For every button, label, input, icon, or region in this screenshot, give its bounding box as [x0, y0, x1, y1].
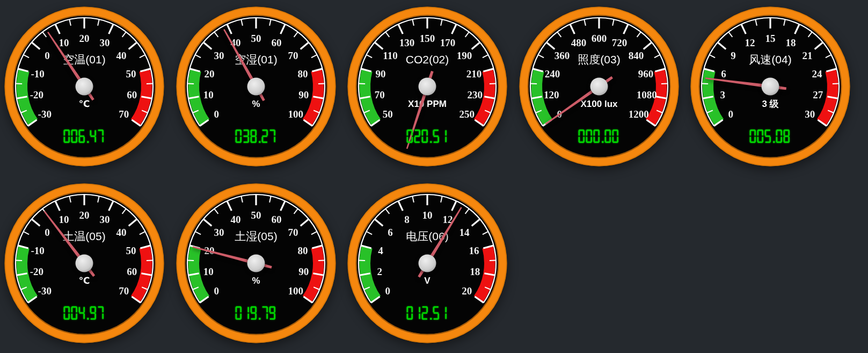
needle-hub — [76, 78, 93, 96]
tick-label: 720 — [611, 37, 627, 48]
tick-label: 50 — [126, 245, 136, 256]
tick-label: 190 — [457, 50, 472, 61]
gauge-title: 土温(05) — [63, 230, 105, 242]
gauge-co2-02: 507090110130150170190210230250CO2(02)X10… — [347, 6, 508, 167]
tick-label: 90 — [298, 266, 309, 277]
tick-label: 70 — [119, 285, 129, 297]
tick-label: 1200 — [628, 109, 648, 120]
gauge-title: 土湿(05) — [235, 230, 277, 242]
gauge-illuminance-03: 012024036048060072084096010801200照度(03)X… — [519, 6, 680, 167]
tick-label: 0 — [385, 285, 391, 297]
tick-label: 90 — [376, 68, 386, 80]
tick-label: 12 — [745, 37, 755, 48]
tick-label: 6 — [721, 68, 726, 80]
tick-label: 100 — [288, 109, 303, 120]
tick-label: 50 — [383, 109, 393, 120]
tick-label: 24 — [812, 68, 822, 80]
tick-label: 50 — [251, 33, 261, 44]
tick-label: 0 — [214, 109, 219, 120]
tick-label: 70 — [288, 50, 298, 61]
tick-label: 20 — [462, 285, 472, 297]
tick-label: 960 — [638, 68, 653, 80]
tick-label: 20 — [79, 33, 90, 44]
gauge-title: 风速(04) — [749, 53, 791, 66]
tick-label: 16 — [469, 245, 479, 256]
needle-hub — [590, 78, 608, 96]
tick-label: 150 — [420, 33, 435, 44]
tick-label: 250 — [459, 109, 475, 120]
gauge-soil-humidity-05: 0102030405060708090100土湿(05)% — [176, 183, 337, 344]
tick-label: 50 — [251, 210, 261, 221]
tick-label: -30 — [38, 285, 52, 297]
tick-label: 30 — [214, 227, 224, 238]
tick-label: 130 — [399, 37, 415, 48]
tick-label: 80 — [297, 245, 308, 256]
tick-label: 40 — [116, 50, 126, 61]
needle-hub — [419, 78, 436, 96]
tick-label: 30 — [100, 37, 110, 48]
needle-hub — [247, 78, 265, 96]
tick-label: 0 — [214, 285, 219, 297]
tick-label: 210 — [466, 68, 482, 80]
tick-label: 480 — [571, 37, 586, 48]
tick-label: 4 — [378, 245, 383, 256]
tick-label: 60 — [271, 214, 281, 225]
tick-label: 10 — [422, 210, 433, 221]
tick-label: 80 — [297, 68, 308, 80]
gauge-unit: 3 级 — [762, 99, 779, 109]
gauge-soil-temp-05: -30-20-10010203040506070土温(05)℃ — [4, 183, 165, 344]
tick-label: 100 — [288, 285, 303, 297]
tick-label: 230 — [467, 89, 483, 100]
gauge-unit: X100 lux — [580, 99, 618, 109]
needle-hub — [76, 255, 93, 272]
tick-label: 27 — [813, 89, 823, 100]
tick-label: 40 — [230, 214, 240, 225]
tick-label: 3 — [720, 89, 726, 100]
tick-label: 1080 — [636, 89, 657, 100]
tick-label: 18 — [786, 37, 796, 48]
tick-label: 360 — [554, 50, 570, 61]
gauge-unit: ℃ — [79, 99, 90, 109]
tick-label: 240 — [544, 68, 560, 80]
tick-label: 10 — [203, 89, 213, 100]
tick-label: -20 — [30, 266, 43, 277]
tick-label: 60 — [127, 89, 137, 100]
gauge-unit: X10 PPM — [408, 99, 447, 109]
tick-label: 40 — [116, 227, 126, 238]
tick-label: 8 — [404, 214, 410, 225]
tick-label: 10 — [59, 37, 69, 48]
tick-label: -10 — [31, 245, 44, 256]
gauge-unit: % — [252, 276, 260, 286]
tick-label: 20 — [79, 210, 90, 221]
tick-label: 10 — [59, 214, 69, 225]
tick-label: 21 — [802, 50, 812, 61]
tick-label: 60 — [271, 37, 281, 48]
gauge-air-temp-01: -30-20-10010203040506070空温(01)℃ — [4, 6, 165, 167]
tick-label: 90 — [298, 89, 309, 100]
gauge-unit: % — [252, 99, 260, 109]
needle-hub — [247, 255, 265, 272]
tick-label: -10 — [31, 68, 44, 80]
tick-label: 840 — [628, 50, 644, 61]
tick-label: 0 — [45, 50, 50, 61]
gauge-dashboard: -30-20-10010203040506070空温(01)℃010203040… — [0, 0, 868, 353]
tick-label: 0 — [45, 227, 50, 238]
tick-label: 70 — [288, 227, 298, 238]
tick-label: 15 — [765, 33, 776, 44]
tick-label: 0 — [728, 109, 734, 120]
tick-label: 9 — [731, 50, 736, 61]
tick-label: 60 — [127, 266, 137, 277]
tick-label: 2 — [377, 266, 383, 277]
tick-label: 70 — [375, 89, 385, 100]
tick-label: 70 — [119, 109, 129, 120]
tick-label: 18 — [470, 266, 480, 277]
tick-label: 170 — [440, 37, 456, 48]
tick-label: -20 — [30, 89, 43, 100]
gauge-voltage-06: 02468101214161820电压(06)V — [347, 183, 508, 344]
tick-label: 30 — [100, 214, 110, 225]
tick-label: 30 — [805, 109, 815, 120]
gauge-wind-speed-04: 036912151821242730风速(04)3 级 — [690, 6, 851, 167]
tick-label: 10 — [203, 266, 213, 277]
gauge-air-humidity-01: 0102030405060708090100空湿(01)% — [176, 6, 337, 167]
tick-label: 600 — [591, 33, 607, 44]
